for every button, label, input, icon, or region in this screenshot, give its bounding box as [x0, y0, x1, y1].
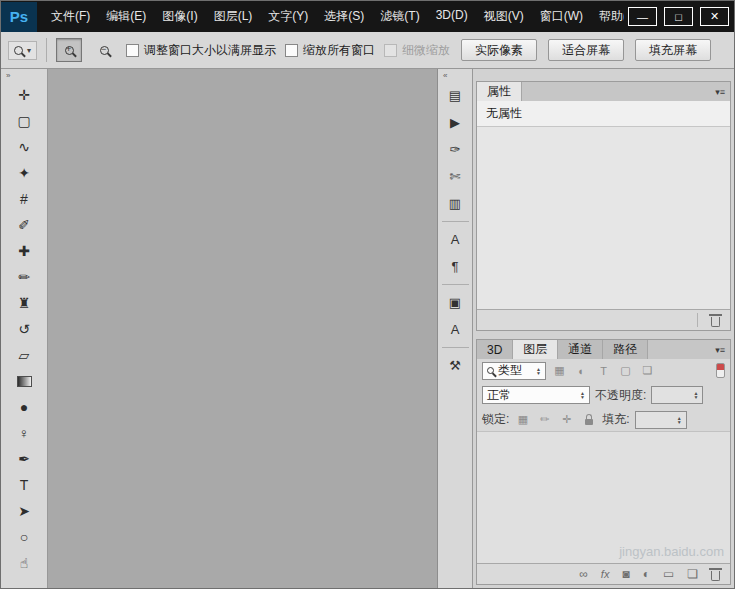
brush-tool[interactable]: ✏ — [4, 264, 44, 290]
photoshop-window: Ps 文件(F) 编辑(E) 图像(I) 图层(L) 文字(Y) 选择(S) 滤… — [0, 0, 735, 589]
menu-help[interactable]: 帮助(H) — [591, 1, 624, 32]
character-panel-icon[interactable]: A — [441, 226, 469, 253]
crop-tool[interactable]: # — [4, 186, 44, 212]
zoom-in-button[interactable]: + — [56, 38, 82, 62]
clone-stamp-tool[interactable]: ♜ — [4, 290, 44, 316]
lock-all-icon[interactable] — [580, 412, 597, 428]
trash-icon[interactable] — [711, 317, 720, 327]
properties-tabstrip: 属性 ▾≡ — [477, 82, 730, 101]
lock-transparent-pixels-icon[interactable]: ▦ — [514, 412, 531, 428]
blend-mode-dropdown[interactable]: 正常 — [482, 386, 590, 404]
measure-log-icon[interactable]: ▥ — [441, 190, 469, 217]
tab-channels[interactable]: 通道 — [558, 340, 603, 359]
fit-screen-button[interactable]: 适合屏幕 — [548, 39, 624, 61]
tab-paths[interactable]: 路径 — [603, 340, 648, 359]
resize-windows-checkbox[interactable]: 调整窗口大小以满屏显示 — [126, 42, 276, 59]
fill-dropdown — [635, 411, 687, 429]
minimize-button[interactable]: — — [628, 7, 657, 26]
menu-edit[interactable]: 编辑(E) — [98, 1, 154, 32]
layer-mask-icon[interactable]: ◙ — [622, 567, 629, 581]
adjustment-layer-filter-icon[interactable]: ◐ — [573, 363, 590, 379]
dropdown-arrows-icon — [580, 391, 585, 399]
fill-label: 填充: — [602, 411, 629, 428]
menu-image[interactable]: 图像(I) — [154, 1, 205, 32]
zoom-out-button[interactable]: − — [91, 38, 117, 62]
paragraph-panel-icon[interactable]: ¶ — [441, 253, 469, 280]
tab-3d[interactable]: 3D — [477, 340, 513, 359]
panel-menu-icon[interactable]: ▾≡ — [710, 82, 730, 101]
chevron-down-icon: ▾ — [27, 46, 31, 55]
lock-position-icon[interactable]: ✛ — [558, 412, 575, 428]
tool-options-bar: ▾ + − 调整窗口大小以满屏显示 缩放所有窗口 细微缩放 实际像素 适合屏幕 … — [1, 32, 734, 69]
brush-settings-icon[interactable]: ▤ — [441, 82, 469, 109]
layer-filter-toggle[interactable] — [716, 363, 725, 378]
maximize-button[interactable]: □ — [664, 7, 693, 26]
menu-type[interactable]: 文字(Y) — [260, 1, 316, 32]
opacity-label: 不透明度: — [595, 387, 646, 404]
layer-effects-icon[interactable]: fx — [601, 568, 610, 580]
layers-list[interactable]: jingyan.baidu.com — [477, 431, 730, 563]
panel-menu-icon[interactable]: ▾≡ — [710, 340, 730, 359]
menu-window[interactable]: 窗口(W) — [532, 1, 591, 32]
menu-select[interactable]: 选择(S) — [316, 1, 372, 32]
lasso-tool[interactable]: ∿ — [4, 134, 44, 160]
ellipse-tool[interactable]: ○ — [4, 524, 44, 550]
layer-comps-icon[interactable]: ▣ — [441, 289, 469, 316]
panel-dock-expand-button[interactable]: « — [438, 69, 472, 82]
history-brush-tool[interactable]: ↺ — [4, 316, 44, 342]
rectangular-marquee-tool[interactable]: ▢ — [4, 108, 44, 134]
blur-tool[interactable]: ● — [4, 394, 44, 420]
zoom-all-windows-checkbox[interactable]: 缩放所有窗口 — [285, 42, 375, 59]
toolbox-collapse-button[interactable]: » — [1, 69, 47, 82]
separator — [46, 38, 47, 62]
tab-properties[interactable]: 属性 — [477, 82, 522, 101]
brush-presets-icon[interactable]: ✑ — [441, 136, 469, 163]
lock-image-pixels-icon[interactable]: ✏ — [536, 412, 553, 428]
tool-presets-icon[interactable]: ⚒ — [441, 352, 469, 379]
eyedropper-tool[interactable]: ✐ — [4, 212, 44, 238]
menu-file[interactable]: 文件(F) — [43, 1, 98, 32]
new-layer-icon[interactable]: ❏ — [687, 567, 698, 581]
shape-layer-filter-icon[interactable]: ▢ — [617, 363, 634, 379]
hand-tool[interactable]: ☝ — [4, 550, 44, 576]
adjustment-layer-icon[interactable]: ◐ — [643, 567, 650, 581]
pen-tool[interactable]: ✒ — [4, 446, 44, 472]
menu-filter[interactable]: 滤镜(T) — [372, 1, 427, 32]
checkbox-icon — [126, 44, 139, 57]
dodge-tool[interactable]: ♀ — [4, 420, 44, 446]
menu-3d[interactable]: 3D(D) — [428, 1, 476, 32]
eraser-tool[interactable]: ▱ — [4, 342, 44, 368]
character-styles-icon[interactable]: A — [441, 316, 469, 343]
quick-selection-tool[interactable]: ✦ — [4, 160, 44, 186]
tab-layers[interactable]: 图层 — [513, 340, 558, 359]
zoom-in-icon: + — [65, 46, 74, 55]
move-tool[interactable]: ✛ — [4, 82, 44, 108]
type-tool[interactable]: T — [4, 472, 44, 498]
padlock-icon — [585, 419, 593, 425]
properties-body — [477, 127, 730, 309]
document-canvas-area[interactable] — [48, 69, 438, 588]
photoshop-logo: Ps — [1, 2, 37, 32]
tool-preset-picker[interactable]: ▾ — [8, 41, 37, 60]
zoom-all-windows-label: 缩放所有窗口 — [303, 42, 375, 59]
clone-source-icon[interactable]: ✄ — [441, 163, 469, 190]
link-layers-icon[interactable]: ∞ — [579, 567, 588, 581]
close-button[interactable]: ✕ — [700, 7, 729, 26]
gradient-tool[interactable] — [4, 368, 44, 394]
menu-view[interactable]: 视图(V) — [476, 1, 532, 32]
layer-group-icon[interactable]: ▭ — [663, 567, 674, 581]
path-selection-tool[interactable]: ➤ — [4, 498, 44, 524]
actual-pixels-button[interactable]: 实际像素 — [461, 39, 537, 61]
pixel-layer-filter-icon[interactable]: ▦ — [551, 363, 568, 379]
spot-healing-brush-tool[interactable]: ✚ — [4, 238, 44, 264]
type-layer-filter-icon[interactable]: T — [595, 363, 612, 379]
dock-drag-bar[interactable] — [476, 69, 731, 81]
fill-screen-button[interactable]: 填充屏幕 — [635, 39, 711, 61]
menu-layer[interactable]: 图层(L) — [206, 1, 261, 32]
delete-layer-icon[interactable] — [711, 571, 720, 581]
actions-icon[interactable]: ▶ — [441, 109, 469, 136]
smart-object-filter-icon[interactable]: ❏ — [639, 363, 656, 379]
properties-panel: 属性 ▾≡ 无属性 — [476, 81, 731, 331]
layers-panel: 3D 图层 通道 路径 ▾≡ 类型 ▦ ◐ T ▢ ❏ — [476, 339, 731, 585]
layer-filter-type-dropdown[interactable]: 类型 — [482, 362, 546, 380]
